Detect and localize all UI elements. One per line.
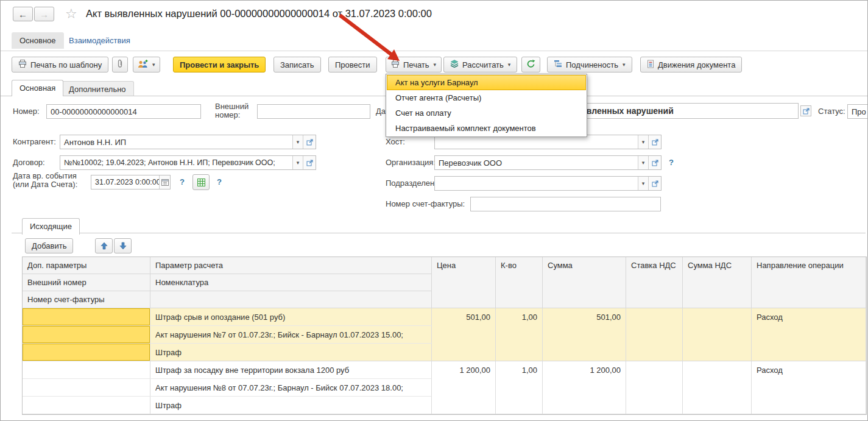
header-price: Цена — [432, 257, 496, 308]
form-tab-main[interactable]: Основная — [12, 80, 63, 96]
number-field[interactable]: 00-00000000000000014 — [46, 104, 201, 119]
open-in-window-icon — [306, 139, 313, 146]
row2-detail-cell[interactable]: Акт нарушения №8 от 07.07.23г.; Барнаул … — [150, 379, 432, 397]
row2-nomenclature-cell[interactable]: Штраф — [150, 397, 432, 414]
contract-field[interactable]: №№10002; 19.04.2023; Антонов Н.Н. ИП; Пе… — [60, 156, 292, 169]
row1-vat-sum-cell[interactable] — [683, 308, 752, 361]
header-nomenclature: Номенклатура — [150, 274, 432, 291]
status-field[interactable]: Про — [847, 104, 868, 119]
form-tab-additional[interactable]: Дополнительно — [61, 81, 134, 96]
calculate-button[interactable]: Рассчитать ▾ — [443, 57, 517, 73]
row2-qty-cell[interactable]: 1,00 — [496, 361, 543, 414]
row1-extra-params-cell[interactable] — [23, 308, 150, 326]
doc-type-open-button[interactable] — [800, 105, 811, 116]
caret-down-icon: ▾ — [508, 62, 511, 68]
department-open-button[interactable] — [648, 177, 661, 190]
host-select-button[interactable]: ▾ — [638, 135, 648, 149]
schedule-help-link[interactable]: ? — [217, 177, 222, 186]
schedule-table-button[interactable] — [192, 174, 210, 190]
organization-field[interactable]: Перевозчик ООО — [435, 156, 638, 169]
row1-direction-cell[interactable]: Расход — [752, 308, 866, 361]
menu-item-agent-report[interactable]: Отчет агента (Расчеты) — [387, 90, 586, 105]
department-field[interactable] — [435, 177, 638, 190]
row1-detail-cell[interactable]: Акт нарушения №7 от 01.07.23г.; Бийск - … — [150, 326, 432, 344]
arrow-down-icon — [119, 242, 127, 250]
external-number-label: Внешний номер: — [215, 102, 249, 119]
contract-open-button[interactable] — [303, 156, 316, 169]
organization-open-button[interactable] — [648, 156, 661, 169]
row1-external-number-cell[interactable] — [23, 326, 150, 344]
favorite-star-icon[interactable]: ☆ — [65, 6, 77, 22]
menu-item-invoice-for-payment[interactable]: Счет на оплату — [387, 105, 586, 121]
counterparty-label: Контрагент: — [13, 137, 56, 146]
tab-main-section[interactable]: Основное — [12, 32, 64, 49]
contract-select-button[interactable]: ▾ — [292, 156, 303, 169]
paperclip-icon — [116, 59, 124, 70]
menu-item-act-barnaul[interactable]: Акт на услуги Барнаул — [387, 75, 586, 90]
caret-down-icon: ▾ — [642, 160, 645, 166]
refresh-button[interactable] — [521, 57, 540, 73]
header-vat-rate: Ставка НДС — [626, 257, 683, 308]
green-grid-icon — [197, 179, 205, 186]
tab-interactions[interactable]: Взаимодействия — [69, 36, 130, 45]
row2-invoice-number-cell[interactable] — [23, 397, 150, 414]
organization-help-link[interactable]: ? — [669, 158, 674, 167]
row1-vat-rate-cell[interactable] — [626, 308, 683, 361]
organization-group: Перевозчик ООО ▾ — [434, 155, 662, 170]
row1-sum-cell[interactable]: 501,00 — [543, 308, 626, 361]
printer-icon — [18, 60, 27, 69]
row2-direction-cell[interactable]: Расход — [752, 361, 866, 414]
row1-nomenclature-cell[interactable]: Штраф — [150, 344, 432, 361]
nav-forward-button[interactable]: → — [34, 7, 54, 21]
event-date-field[interactable]: 31.07.2023 0:00:00 — [91, 175, 159, 189]
counterparty-field[interactable]: Антонов Н.Н. ИП — [60, 135, 292, 149]
row2-extra-params-cell[interactable] — [23, 361, 150, 379]
status-label: Статус: — [818, 107, 845, 116]
post-and-close-button[interactable]: Провести и закрыть — [173, 57, 266, 73]
external-number-field[interactable] — [257, 104, 370, 119]
print-menu-button[interactable]: Печать ▾ — [386, 57, 442, 73]
row2-sum-cell[interactable]: 1 200,00 — [543, 361, 626, 414]
print-by-template-button[interactable]: Печать по шаблону — [12, 57, 108, 73]
host-open-button[interactable] — [648, 135, 661, 149]
move-row-up-button[interactable] — [95, 238, 113, 253]
row1-invoice-number-cell[interactable] — [23, 344, 150, 361]
row1-param-cell[interactable]: Штраф срыв и опоздание (501 руб) — [150, 308, 432, 326]
responsible-users-button[interactable]: ▾ — [133, 57, 160, 73]
add-row-button[interactable]: Добавить — [25, 238, 73, 253]
event-date-label: Дата вр. события (или Дата Счета): — [13, 172, 77, 189]
calculate-label: Рассчитать — [462, 60, 504, 69]
open-in-window-icon — [652, 180, 658, 187]
department-select-button[interactable]: ▾ — [638, 177, 648, 190]
header-empty — [150, 291, 432, 308]
row2-price-cell[interactable]: 1 200,00 — [432, 361, 496, 414]
nav-back-button[interactable]: ← — [13, 7, 33, 21]
arrow-left-icon: ← — [18, 9, 27, 19]
post-button[interactable]: Провести — [328, 57, 377, 73]
menu-item-custom-document-set[interactable]: Настраиваемый комплект документов — [387, 121, 586, 136]
print-label: Печать — [403, 60, 429, 69]
row1-qty-cell[interactable]: 1,00 — [496, 308, 543, 361]
event-date-help-link[interactable]: ? — [180, 177, 185, 186]
counterparty-open-button[interactable] — [303, 135, 316, 149]
host-field[interactable] — [435, 135, 638, 149]
attachments-button[interactable] — [112, 57, 128, 73]
caret-down-icon: ▾ — [152, 62, 155, 68]
invoice-number-field[interactable] — [470, 197, 661, 211]
post-and-close-label: Провести и закрыть — [180, 60, 259, 69]
save-button[interactable]: Записать — [273, 57, 321, 73]
arrow-up-icon — [101, 242, 108, 250]
grid-tab-outgoing[interactable]: Исходящие — [22, 218, 80, 235]
event-date-calendar-button[interactable] — [159, 175, 170, 189]
row2-vat-rate-cell[interactable] — [626, 361, 683, 414]
row2-external-number-cell[interactable] — [23, 379, 150, 397]
department-group: ▾ — [434, 176, 662, 191]
subordination-button[interactable]: Подчиненость ▾ — [547, 57, 632, 73]
move-row-down-button[interactable] — [114, 238, 132, 253]
row2-param-cell[interactable]: Штраф за посадку вне территории вокзала … — [150, 361, 432, 379]
organization-select-button[interactable]: ▾ — [638, 156, 648, 169]
row2-vat-sum-cell[interactable] — [683, 361, 752, 414]
counterparty-select-button[interactable]: ▾ — [292, 135, 303, 149]
document-movements-button[interactable]: Движения документа — [640, 57, 742, 73]
row1-price-cell[interactable]: 501,00 — [432, 308, 496, 361]
